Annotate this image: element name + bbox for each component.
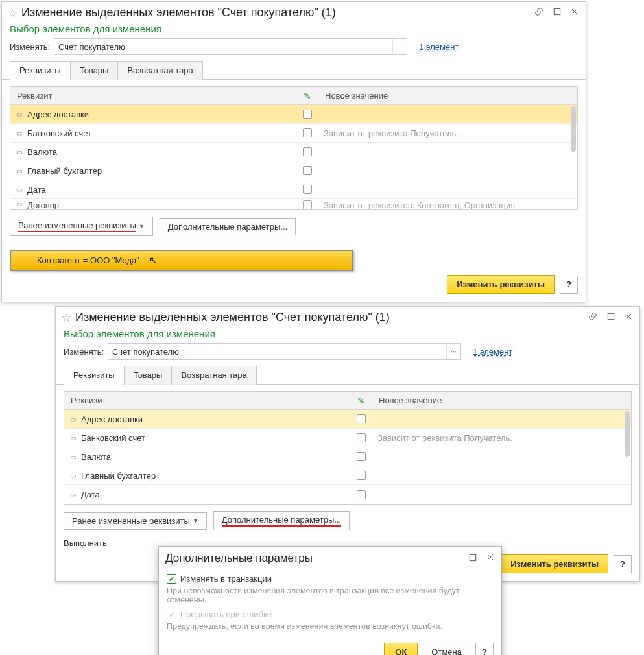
row-checkbox[interactable] [303, 166, 312, 175]
chevron-down-icon: ▼ [139, 223, 145, 230]
row-checkbox[interactable] [357, 471, 366, 480]
maximize-icon[interactable] [468, 553, 478, 565]
table-row[interactable]: ▭ Валюта [10, 143, 577, 161]
table-row[interactable]: ▭ Дата [64, 485, 631, 504]
column-name: Реквизит [10, 91, 296, 101]
row-marker-icon: ▭ [64, 453, 81, 460]
change-label: Изменять: [64, 347, 104, 357]
transaction-hint: При невозможности изменения элементов в … [167, 586, 494, 604]
row-checkbox[interactable] [303, 128, 312, 137]
table-row[interactable]: ▭ Адрес доставки [10, 105, 577, 124]
help-button[interactable]: ? [475, 643, 494, 655]
extra-params-button[interactable]: Дополнительные параметры... [160, 218, 296, 235]
table-row[interactable]: ▭ Валюта [64, 447, 631, 466]
svg-rect-2 [470, 554, 475, 560]
change-value: Счет покупателю [54, 42, 392, 52]
maximize-icon[interactable] [606, 311, 616, 324]
tab-goods[interactable]: Товары [70, 61, 119, 80]
change-value: Счет покупателю [108, 347, 446, 357]
execute-label: Выполнить [64, 538, 107, 548]
help-button[interactable]: ? [614, 555, 632, 573]
row-marker-icon: ▭ [64, 435, 81, 442]
combo-more-icon[interactable]: ··· [446, 344, 460, 359]
column-value: Новое значение [318, 91, 577, 101]
row-checkbox[interactable] [303, 185, 312, 194]
close-icon[interactable] [624, 312, 633, 323]
row-checkbox[interactable] [303, 110, 312, 119]
row-marker-icon: ▭ [64, 472, 81, 479]
table-row[interactable]: ▭ Банковский счет Зависит от реквизита П… [64, 429, 631, 447]
cursor-icon: ↖ [149, 255, 157, 265]
maximize-icon[interactable] [552, 6, 562, 19]
column-edit-icon: ✎ [350, 396, 372, 406]
combo-more-icon[interactable]: ··· [392, 39, 407, 54]
help-button[interactable]: ? [560, 276, 578, 294]
column-value: Новое значение [372, 396, 631, 405]
link-icon[interactable] [534, 6, 544, 19]
table-row[interactable]: ▭ Дата [10, 180, 577, 199]
dialog-title: Дополнительные параметры [165, 552, 468, 565]
section-subtitle: Выбор элементов для изменения [2, 22, 586, 38]
section-subtitle: Выбор элементов для изменения [56, 327, 639, 343]
ok-button[interactable]: ОК [384, 643, 418, 655]
favorite-star-icon[interactable]: ☆ [61, 312, 71, 324]
elements-link[interactable]: 1 элемент [419, 42, 459, 52]
table-row[interactable]: ▭ Банковский счет Зависит от реквизита П… [10, 124, 577, 143]
tab-requisites[interactable]: Реквизиты [64, 366, 125, 385]
row-marker-icon: ▭ [64, 416, 81, 423]
extra-params-button[interactable]: Дополнительные параметры... [213, 511, 350, 530]
change-combo[interactable]: Счет покупателю ··· [108, 343, 461, 360]
row-checkbox[interactable] [303, 200, 312, 209]
table-scrollbar[interactable] [571, 106, 576, 208]
row-checkbox[interactable] [303, 147, 312, 156]
svg-rect-1 [608, 313, 614, 319]
change-label: Изменять: [10, 42, 50, 52]
row-marker-icon: ▭ [10, 111, 27, 118]
table-row[interactable]: ▭ Договор Зависит от реквизитов: Контраг… [10, 199, 577, 209]
row-marker-icon: ▭ [64, 491, 81, 498]
row-checkbox[interactable] [357, 452, 366, 461]
break-on-error-label: Прерывать при ошибке [180, 610, 272, 619]
change-combo[interactable]: Счет покупателю ··· [54, 38, 407, 55]
row-marker-icon: ▭ [10, 200, 27, 208]
table-row[interactable]: ▭ Адрес доставки [64, 410, 631, 429]
favorite-star-icon[interactable]: ☆ [7, 7, 18, 19]
break-on-error-hint: Предупреждать, если во время изменения э… [167, 622, 494, 631]
apply-button[interactable]: Изменить реквизиты [447, 275, 555, 294]
cancel-button[interactable]: Отмена [423, 643, 470, 655]
previous-changed-button[interactable]: Ранее измененные реквизиты▼ [10, 217, 153, 236]
tab-return-tare[interactable]: Возвратная тара [117, 61, 202, 80]
requisites-table: Реквизит ✎ Новое значение ▭ Адрес достав… [64, 391, 632, 505]
column-name: Реквизит [64, 396, 350, 405]
row-checkbox[interactable] [357, 414, 366, 423]
table-row[interactable]: ▭ Главный бухгалтер [64, 466, 631, 485]
row-marker-icon: ▭ [10, 167, 27, 174]
apply-button[interactable]: Изменить реквизиты [501, 554, 608, 573]
tab-requisites[interactable]: Реквизиты [10, 61, 71, 80]
link-icon[interactable] [588, 311, 598, 324]
svg-rect-0 [554, 8, 560, 14]
row-checkbox[interactable] [357, 490, 366, 499]
table-scrollbar[interactable] [625, 411, 630, 503]
elements-link[interactable]: 1 элемент [473, 347, 512, 357]
break-on-error-checkbox: ✓ [167, 610, 176, 619]
close-icon[interactable] [570, 7, 579, 18]
change-in-transaction-label: Изменять в транзакции [180, 574, 272, 584]
chevron-down-icon: ▼ [193, 518, 198, 524]
requisites-table: Реквизит ✎ Новое значение ▭ Адрес достав… [10, 86, 578, 210]
tab-return-tare[interactable]: Возвратная тара [171, 366, 256, 385]
window-title: Изменение выделенных элементов "Счет пок… [75, 311, 588, 324]
table-row[interactable]: ▭ Главный бухгалтер [10, 161, 577, 180]
history-popup-item[interactable]: Контрагент = ООО "Мода" ↖ [10, 250, 353, 271]
row-marker-icon: ▭ [10, 186, 27, 193]
row-marker-icon: ▭ [10, 130, 27, 137]
tab-goods[interactable]: Товары [124, 366, 173, 385]
change-in-transaction-checkbox[interactable]: ✓ [167, 574, 176, 584]
row-checkbox[interactable] [357, 433, 366, 442]
row-marker-icon: ▭ [10, 149, 27, 156]
close-icon[interactable] [486, 553, 495, 565]
column-edit-icon: ✎ [296, 91, 318, 101]
previous-changed-button[interactable]: Ранее измененные реквизиты▼ [64, 512, 207, 530]
window-title: Изменение выделенных элементов "Счет пок… [21, 6, 534, 19]
